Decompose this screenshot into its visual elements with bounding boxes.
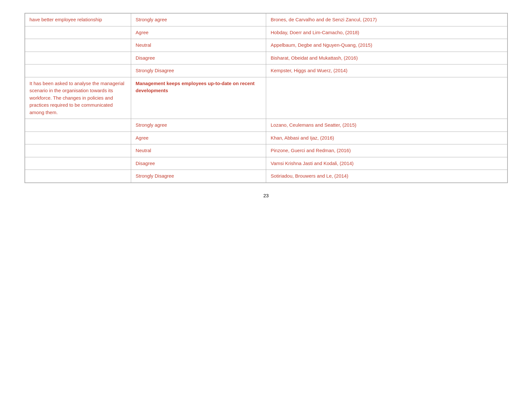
cell-col3-4: Bisharat, Obeidat and Mukattash, (2016) bbox=[266, 52, 507, 64]
table-wrapper: have better employee relationship Strong… bbox=[24, 13, 508, 183]
page: have better employee relationship Strong… bbox=[0, 0, 532, 411]
cell-col1-8 bbox=[25, 132, 131, 144]
table-row: Strongly Disagree Kempster, Higgs and Wu… bbox=[25, 64, 507, 77]
page-number: 23 bbox=[263, 193, 269, 198]
cell-col1-2 bbox=[25, 26, 131, 39]
table-row: Neutral Appelbaum, Degbe and Nguyen-Quan… bbox=[25, 39, 507, 52]
cell-col3-10: Vamsi Krishna Jasti and Kodali, (2014) bbox=[266, 157, 507, 170]
bold-heading: Management keeps employees up-to-date on… bbox=[136, 81, 255, 93]
cell-col1-9 bbox=[25, 144, 131, 157]
table-row: Strongly Disagree Sotiriadou, Brouwers a… bbox=[25, 170, 507, 183]
cell-col3-5: Kempster, Higgs and Wuerz, (2014) bbox=[266, 64, 507, 77]
cell-col2-7: Strongly agree bbox=[131, 119, 266, 132]
table-row: Neutral Pinzone, Guerci and Redman, (201… bbox=[25, 144, 507, 157]
cell-col3-11: Sotiriadou, Brouwers and Le, (2014) bbox=[266, 170, 507, 183]
cell-col1-3 bbox=[25, 39, 131, 52]
cell-col2-11: Strongly Disagree bbox=[131, 170, 266, 183]
cell-col3-2: Hobday, Doerr and Lim-Camacho, (2018) bbox=[266, 26, 507, 39]
cell-col3-7: Lozano, Ceulemans and Seatter, (2015) bbox=[266, 119, 507, 132]
table-row: Agree Khan, Abbasi and Ijaz, (2016) bbox=[25, 132, 507, 144]
table-row: have better employee relationship Strong… bbox=[25, 14, 507, 26]
cell-col2-2: Agree bbox=[131, 26, 266, 39]
main-table: have better employee relationship Strong… bbox=[25, 13, 508, 183]
cell-col3-9: Pinzone, Guerci and Redman, (2016) bbox=[266, 144, 507, 157]
cell-col2-9: Neutral bbox=[131, 144, 266, 157]
cell-col1-4 bbox=[25, 52, 131, 64]
table-row: It has been asked to analyse the manager… bbox=[25, 77, 507, 119]
cell-col2-3: Neutral bbox=[131, 39, 266, 52]
cell-col1-6: It has been asked to analyse the manager… bbox=[25, 77, 131, 119]
cell-col2-1: Strongly agree bbox=[131, 14, 266, 26]
table-row: Strongly agree Lozano, Ceulemans and Sea… bbox=[25, 119, 507, 132]
cell-col1-10 bbox=[25, 157, 131, 170]
cell-col3-3: Appelbaum, Degbe and Nguyen-Quang, (2015… bbox=[266, 39, 507, 52]
cell-col2-4: Disagree bbox=[131, 52, 266, 64]
table-row: Disagree Vamsi Krishna Jasti and Kodali,… bbox=[25, 157, 507, 170]
cell-col3-8: Khan, Abbasi and Ijaz, (2016) bbox=[266, 132, 507, 144]
cell-col2-8: Agree bbox=[131, 132, 266, 144]
cell-col2-10: Disagree bbox=[131, 157, 266, 170]
cell-col3-6 bbox=[266, 77, 507, 119]
cell-col1-5 bbox=[25, 64, 131, 77]
cell-col3-1: Brones, de Carvalho and de Senzi Zancul,… bbox=[266, 14, 507, 26]
cell-col1-7 bbox=[25, 119, 131, 132]
cell-col1-1: have better employee relationship bbox=[25, 14, 131, 26]
cell-col2-5: Strongly Disagree bbox=[131, 64, 266, 77]
cell-col2-6: Management keeps employees up-to-date on… bbox=[131, 77, 266, 119]
cell-col1-11 bbox=[25, 170, 131, 183]
table-row: Agree Hobday, Doerr and Lim-Camacho, (20… bbox=[25, 26, 507, 39]
table-row: Disagree Bisharat, Obeidat and Mukattash… bbox=[25, 52, 507, 64]
